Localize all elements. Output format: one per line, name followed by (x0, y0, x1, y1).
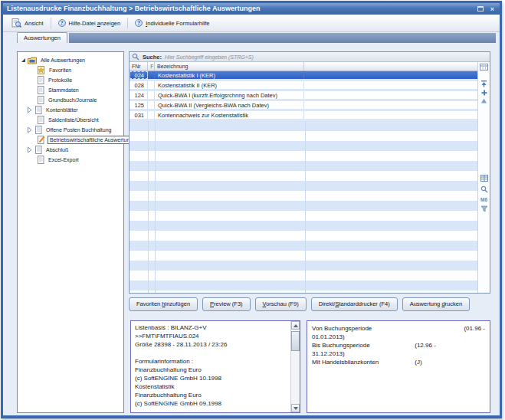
collapse-icon[interactable] (21, 58, 25, 62)
column-header-fnr[interactable]: FNr (130, 62, 148, 71)
column-header-f[interactable]: F (148, 62, 155, 71)
info-line: Formularinformation : (135, 357, 287, 366)
tree-item-protokolle[interactable]: Protokolle (18, 75, 123, 85)
tree-item-stammdaten[interactable]: Stammdaten (18, 85, 123, 95)
title-bar: Listenausdrucke Finanzbuchhaltung > Betr… (3, 3, 500, 15)
column-chooser-icon[interactable] (480, 63, 488, 71)
cell-f (148, 81, 155, 89)
preview-magnifier-icon (11, 18, 21, 28)
table-row[interactable]: 031 Kontennachweis zur Kostenstatistik (130, 111, 477, 121)
tree-item-favoriten[interactable]: Favoriten (18, 65, 123, 75)
ansicht-button[interactable]: Ansicht (8, 17, 48, 29)
param-value: (J) (415, 359, 421, 366)
cell-bezeichnung: Kostenstatistik II (KER) (155, 81, 304, 89)
plus-icon[interactable] (480, 88, 488, 97)
table-row[interactable]: 028 Kostenstatistik II (KER) (130, 81, 477, 91)
tree-item-offene-posten[interactable]: Offene Posten Buchhaltung (18, 125, 123, 135)
expand-icon[interactable] (27, 146, 33, 153)
search-label: Suche: (143, 54, 162, 61)
table-row[interactable]: 125 Quick-BWA II (Vergleichs-BWA nach Da… (130, 101, 477, 111)
cell-fnr: 024 (130, 71, 148, 79)
tree-item-grundbuch-journale[interactable]: Grundbuch/Journale (18, 95, 123, 105)
param-label: Mit Handelsbilanzkonten (312, 358, 413, 366)
tree-item-saldenliste[interactable]: Saldenliste/Übersicht (18, 115, 123, 125)
tree-item-abschluss[interactable]: Abschluß (18, 145, 123, 155)
param-continuation: 01.01.2013) (312, 333, 485, 341)
auswertung-drucken-button[interactable]: Auswertung drucken (402, 297, 470, 311)
tree-panel: Alle Auswertungen Favoriten Protokolle S… (17, 51, 124, 413)
tree-item-excel-export[interactable]: Excel-Export (18, 155, 123, 165)
results-panel: Suche: Hier Suchbegriff eingeben (STRG+S… (129, 51, 490, 294)
cell-f (148, 111, 155, 119)
magnifier-icon[interactable] (480, 185, 488, 193)
arrow-down-icon (293, 407, 298, 410)
ansicht-label: Ansicht (25, 20, 44, 27)
grid-icon[interactable] (480, 174, 488, 182)
expand-icon[interactable] (27, 107, 33, 113)
page-icon (35, 126, 42, 134)
scroll-to-top-icon[interactable] (480, 79, 488, 87)
table-row-selected[interactable]: 024 Kostenstatistik I (KER) (130, 71, 477, 81)
info-line (135, 349, 287, 357)
column-header-blank[interactable] (304, 62, 477, 71)
page-icon (35, 106, 42, 114)
cell-f (148, 91, 155, 99)
info-scrollbar[interactable] (290, 321, 300, 412)
param-label: Von Buchungsperiode (312, 324, 372, 333)
window-title: Listenausdrucke Finanzbuchhaltung > Betr… (7, 3, 475, 15)
param-label: Bis Buchungsperiode (312, 341, 413, 349)
param-row: Mit Handelsbilanzkonten (J) (312, 358, 485, 366)
close-button[interactable]: × (487, 5, 497, 13)
table-row[interactable]: 124 Quick-BWA I (kurzfr.Erfolgsrchnng na… (130, 91, 477, 101)
parameter-info-panel: Von Buchungsperiode (01.96 - 01.01.2013)… (307, 320, 490, 413)
direkt-standarddrucker-button[interactable]: Direkt/Standarddrucker (F4) (311, 297, 398, 311)
expand-icon[interactable] (27, 126, 33, 133)
restore-button[interactable] (475, 5, 485, 13)
page-icon (35, 146, 42, 154)
scroll-up-button[interactable] (291, 321, 300, 330)
scroll-up-icon[interactable] (480, 97, 488, 105)
info-line: Finanzbuchhaltung Euro (135, 366, 287, 374)
cell-fnr: 125 (130, 101, 148, 109)
folder-icon (28, 57, 37, 64)
scroll-down-button[interactable] (291, 404, 300, 412)
cell-fnr: 028 (130, 81, 148, 89)
page-icon (38, 156, 44, 164)
tree-item-betriebswirtschaftliche-auswertungen[interactable]: Betriebswirtschaftliche Auswertungen (18, 135, 123, 145)
scroll-thumb[interactable] (291, 331, 300, 351)
toolbar: Ansicht ? Hilfe-Datei anzeigen ? Individ… (3, 15, 500, 32)
tab-auswertungen[interactable]: Auswertungen (17, 32, 67, 43)
favorites-star-icon (38, 66, 45, 74)
favoriten-hinzufuegen-button[interactable]: Favoriten hinzufügen (129, 297, 198, 311)
search-bar[interactable]: Suche: Hier Suchbegriff eingeben (STRG+S… (130, 52, 490, 62)
hilfe-datei-label: Hilfe-Datei anzeigen (69, 20, 121, 27)
cell-fnr: 124 (130, 91, 148, 99)
table-rows-area: 024 Kostenstatistik I (KER) 028 Kostenst… (130, 71, 477, 293)
search-icon (132, 53, 139, 61)
cell-f (148, 101, 155, 109)
preview-button[interactable]: Preview (F3) (202, 297, 251, 311)
info-line: (c) SoftENGINE GmbH 10.1998 (135, 374, 287, 382)
formularhilfe-button[interactable]: ? Individuelle Formularhilfe (131, 18, 213, 28)
formularhilfe-label: Individuelle Formularhilfe (146, 20, 209, 27)
page-icon (38, 86, 44, 94)
param-row: Von Buchungsperiode (01.96 - (312, 324, 485, 333)
toolbar-separator (51, 18, 51, 28)
param-continuation: 31.12.2013) (312, 349, 485, 358)
cell-f (148, 71, 155, 79)
cell-fnr: 031 (130, 111, 148, 119)
tree-item-alle-auswertungen[interactable]: Alle Auswertungen (18, 55, 123, 65)
toolbar-separator (127, 18, 128, 28)
cell-bezeichnung: Quick-BWA I (kurzfr.Erfolgsrchnng nach D… (155, 91, 304, 99)
tree-item-kontenblaetter[interactable]: Kontenblätter (18, 105, 123, 115)
column-header-bezeichnung[interactable]: Bezeichnung (155, 62, 304, 71)
vorschau-button[interactable]: Vorschau (F9) (255, 297, 307, 311)
info-line: (c) SoftENGINE GmbH 09.1998 (135, 399, 287, 408)
help-icon: ? (58, 19, 66, 27)
help-icon: ? (135, 19, 143, 27)
m6-badge[interactable]: M6 (480, 195, 488, 204)
hilfe-datei-button[interactable]: ? Hilfe-Datei anzeigen (54, 18, 125, 28)
filter-icon[interactable] (480, 205, 488, 213)
info-line: Kostenstatistik (135, 382, 287, 391)
page-icon (38, 116, 44, 124)
